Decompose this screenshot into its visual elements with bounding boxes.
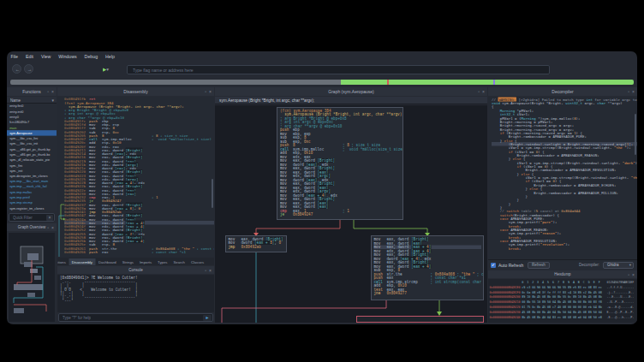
graph-signature-bar: sym.Aeropause (Bright *Bright, int argc,… xyxy=(215,97,487,104)
close-icon[interactable]: × xyxy=(51,89,54,94)
dock-tab[interactable]: Disassembly xyxy=(69,258,95,265)
console-input-placeholder: Type "?" for help xyxy=(59,314,212,322)
dock-tab[interactable]: Search xyxy=(170,258,188,265)
disassembly-view[interactable]: 0x080491fbret(fcn) sym.Aeropause 384 sym… xyxy=(57,97,214,257)
console-send-button[interactable]: ▸ xyxy=(203,315,212,321)
graph-node-false[interactable]: moveax, dword [Bright]moveax, dword [eax… xyxy=(371,235,484,300)
graph-node-line: je0x8049247 xyxy=(280,213,401,217)
menu-item[interactable]: Edit xyxy=(21,51,37,62)
console-output: [0x080490d1]> ?E Welcome to Cutter! .--.… xyxy=(57,275,214,312)
dock-tab[interactable]: Imports xyxy=(136,258,154,265)
refresh-button[interactable]: Refresh xyxy=(528,262,550,269)
graph-node-line: jmp0x80492ab xyxy=(229,245,287,249)
dock-tabs: SectionsDisassemblyDashboardStringsImpor… xyxy=(57,258,214,265)
seekbar-unmapped xyxy=(10,80,341,85)
float-icon[interactable]: ▫ xyxy=(478,89,480,94)
graph-node-entry[interactable]: (fcn) sym.Aeropause 384 sym.Aeropause (B… xyxy=(277,107,403,220)
function-list-item[interactable]: sym._dl_relocate_static_pie xyxy=(7,157,57,163)
function-list-item[interactable]: sym.register_tm_clones xyxy=(7,205,57,211)
console-panel-header: Console ▫× xyxy=(57,266,214,274)
float-icon[interactable]: ▫ xyxy=(628,89,629,94)
decompiler-select[interactable]: Ghidra ▾ xyxy=(603,262,634,269)
chevron-down-icon: ▾ xyxy=(629,263,631,268)
tasks-button[interactable]: ▶▾ xyxy=(103,65,116,74)
auto-refresh-checkbox[interactable]: ✔ xyxy=(491,263,496,268)
decompiler-scrollbar[interactable] xyxy=(635,114,636,155)
graph-overview-header: Graph Overview ▫× xyxy=(7,223,57,231)
seekbar[interactable] xyxy=(10,80,634,85)
disassembly-scrollbar[interactable] xyxy=(212,179,213,208)
auto-refresh-label: Auto Refresh xyxy=(498,263,523,268)
back-button[interactable]: ← xyxy=(12,64,21,74)
close-icon[interactable]: × xyxy=(482,89,485,94)
float-icon[interactable]: ▫ xyxy=(47,225,49,230)
disassembly-panel-title: Disassembly xyxy=(57,87,214,96)
back-icon: ← xyxy=(13,65,21,74)
hexdump-row[interactable]: 0x00000000080492408b 45 08 8b 40 04 83 e… xyxy=(490,315,637,320)
cutter-window: FileEditViewWindowsDebugHelp ← → ▶▾ Type… xyxy=(7,51,637,324)
dock-tab[interactable]: Classes xyxy=(188,258,206,265)
functions-name-header[interactable]: Name ▾ xyxy=(7,97,57,104)
toolbar: ← → ▶▾ Type flag name or address here xyxy=(7,62,637,77)
decompiler-toolbar: ✔ Auto Refresh Refresh Decompiler: Ghidr… xyxy=(488,259,637,270)
close-icon[interactable]: × xyxy=(632,272,635,277)
graph-panel-title: Graph (sym.Aeropause) xyxy=(215,87,487,96)
clear-filter-button[interactable]: × xyxy=(46,215,53,221)
forward-button[interactable]: → xyxy=(24,64,33,74)
console-input[interactable]: Type "?" for help ▸ xyxy=(58,313,213,322)
graph-canvas[interactable]: (fcn) sym.Aeropause 384 sym.Aeropause (B… xyxy=(215,105,487,323)
graph-panel-header: Graph (sym.Aeropause) ▫× xyxy=(215,87,487,96)
close-icon[interactable]: × xyxy=(209,89,212,94)
graph-node-line: jne0x8049277 xyxy=(374,292,482,296)
menu-item[interactable]: View xyxy=(38,51,55,62)
float-icon[interactable]: ▫ xyxy=(205,268,206,273)
menu-bar: FileEditViewWindowsDebugHelp xyxy=(7,51,637,62)
quick-filter-input[interactable]: Quick Filter × xyxy=(9,213,55,222)
float-icon[interactable]: ▫ xyxy=(47,89,49,94)
decompiler-panel-header: Decompiler ▫× xyxy=(488,87,637,96)
seekbar-marker-red xyxy=(387,80,389,85)
dock-tab[interactable]: Sections xyxy=(57,258,69,265)
menu-item[interactable]: File xyxy=(7,51,21,62)
close-icon[interactable]: × xyxy=(51,225,54,230)
menu-item[interactable]: Windows xyxy=(55,51,80,62)
jump-arrows-gutter xyxy=(58,97,65,257)
functions-panel-header: Functions ▫× xyxy=(7,87,57,96)
decompiler-line: break; xyxy=(492,246,637,250)
console-panel-title: Console xyxy=(57,266,214,274)
hexdump-panel-header: Hexdump ▫× xyxy=(488,270,637,278)
float-icon[interactable]: ▫ xyxy=(205,89,206,94)
forward-icon: → xyxy=(25,65,33,74)
function-signature: sym.Aeropause (Bright *Bright, int argc,… xyxy=(215,97,487,104)
minimap-graphic xyxy=(9,233,55,322)
console-ascii-art: .--. .-----------------------. | _|_ | |… xyxy=(60,280,214,303)
seekbar-marker-violet xyxy=(493,80,495,85)
hexdump-panel-title: Hexdump xyxy=(488,270,637,278)
decompiler-line: void sym.Aeropause(Bright *Bright, uint3… xyxy=(492,101,637,104)
decompiler-view[interactable]: // WARNING: [r2ghidra] Failed to match t… xyxy=(488,97,637,258)
decompiler-panel-title: Decompiler xyxy=(488,87,637,96)
graph-overview-minimap[interactable] xyxy=(8,232,56,323)
menu-item[interactable]: Debug xyxy=(80,51,101,62)
dock-tab[interactable]: Dashboard xyxy=(95,258,119,265)
functions-list: entry.fini0entry.init0entry0fcn.080490c7… xyxy=(7,104,57,211)
column-header-label: Name xyxy=(10,98,21,103)
dock-tab[interactable]: Strings xyxy=(119,258,136,265)
omnibar-placeholder: Type flag name or address here xyxy=(128,66,549,74)
graph-node-partial[interactable] xyxy=(356,316,484,323)
chevron-down-icon: ▾ xyxy=(106,67,109,72)
close-icon[interactable]: × xyxy=(209,268,212,273)
screen: FileEditViewWindowsDebugHelp ← → ▶▾ Type… xyxy=(0,0,644,362)
sort-caret-icon: ▾ xyxy=(51,98,54,103)
seekbar-mapped xyxy=(341,80,634,85)
dock-tab[interactable]: Types xyxy=(155,258,170,265)
close-icon[interactable]: × xyxy=(632,89,635,94)
disassembly-panel-header: Disassembly ▫× xyxy=(57,87,214,96)
menu-item[interactable]: Help xyxy=(102,51,119,62)
disasm-line[interactable]: 0x08049266pusheax; const char *s1 xyxy=(64,250,214,253)
omnibar-input[interactable]: Type flag name or address here xyxy=(127,65,550,74)
decompiler-selector-label: Decompiler: xyxy=(579,263,599,267)
graph-node-true[interactable]: moveax, dword [Bright]movdword [eax + 8]… xyxy=(225,235,287,252)
hexdump-view: 0 1 2 3 4 5 6 7 8 9 A B C D E F012345678… xyxy=(488,279,637,323)
float-icon[interactable]: ▫ xyxy=(628,272,629,277)
